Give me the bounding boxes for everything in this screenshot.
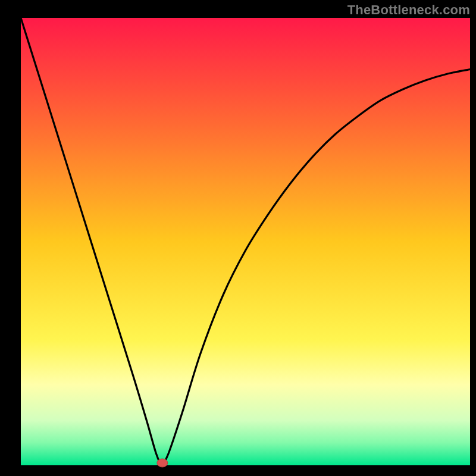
- bottleneck-chart: [0, 0, 476, 476]
- chart-frame: TheBottleneck.com: [0, 0, 476, 476]
- attribution-label: TheBottleneck.com: [347, 2, 470, 18]
- optimum-marker: [157, 459, 168, 467]
- plot-background: [21, 18, 470, 465]
